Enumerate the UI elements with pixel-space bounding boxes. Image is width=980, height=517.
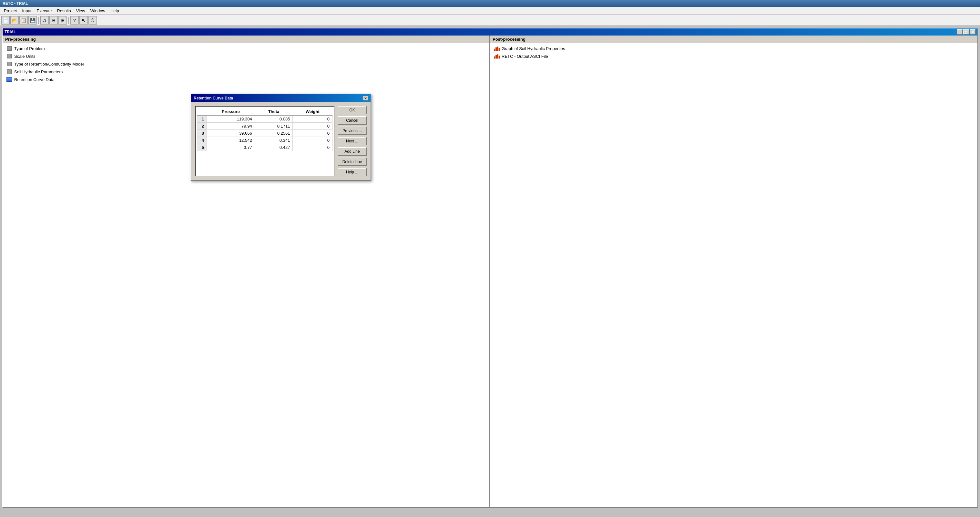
cell-pressure[interactable]: 39.666	[207, 130, 255, 137]
menu-view[interactable]: View	[73, 8, 88, 14]
retc-output-label: RETC - Output ASCI File	[502, 54, 548, 59]
cell-theta[interactable]: 0.2561	[255, 130, 293, 137]
window-title-bar: TRIAL _ ◻ ✕	[3, 29, 977, 35]
retention-curve-label: Retention Curve Data	[14, 77, 54, 82]
menu-execute[interactable]: Execute	[34, 8, 54, 14]
svg-rect-1	[495, 48, 497, 51]
previous-button[interactable]: Previous ...	[338, 127, 367, 135]
ok-button[interactable]: OK	[338, 106, 367, 114]
scale-units-label: Scale Units	[14, 54, 35, 59]
split-button[interactable]: ⊟	[49, 16, 58, 24]
svg-rect-7	[499, 56, 500, 59]
dialog-title: Retention Curve Data	[194, 96, 233, 101]
help-button[interactable]: ?	[70, 16, 79, 24]
print-button[interactable]: 🖨	[40, 16, 49, 24]
add-line-button[interactable]: Add Line	[338, 147, 367, 156]
soil-hydraulic-icon	[6, 69, 12, 75]
item-soil-hydraulic[interactable]: Soil Hydraulic Parameters	[5, 68, 487, 75]
item-retention-curve[interactable]: Retention Curve Data	[5, 75, 487, 83]
item-scale-units[interactable]: Scale Units	[5, 52, 487, 60]
row-number: 4	[197, 137, 207, 144]
type-of-problem-label: Type of Problem	[14, 46, 45, 51]
window-close-button[interactable]: ✕	[970, 29, 975, 35]
retention-curve-icon	[6, 77, 12, 82]
row-number: 1	[197, 116, 207, 123]
item-graph-hydraulic[interactable]: Graph of Soil Hydraulic Properties	[493, 45, 975, 52]
menu-results[interactable]: Results	[54, 8, 73, 14]
cell-pressure[interactable]: 119.304	[207, 116, 255, 123]
svg-rect-4	[494, 56, 495, 59]
item-type-of-problem[interactable]: Type of Problem	[5, 45, 487, 52]
table-row[interactable]: 4 12.542 0.341 0	[197, 137, 332, 144]
cursor-button[interactable]: ↖	[80, 16, 88, 24]
dialog-content: Pressure Theta Weight 1 119.304 0.085 0 …	[191, 102, 371, 180]
cell-weight[interactable]: 0	[293, 137, 332, 144]
dialog-button-panel: OK Cancel Previous ... Next ... Add Line…	[338, 106, 367, 176]
help-button[interactable]: Help ...	[338, 168, 367, 176]
col-header-row	[197, 108, 207, 116]
cell-pressure[interactable]: 79.94	[207, 123, 255, 130]
cell-theta[interactable]: 0.427	[255, 144, 293, 151]
open-button[interactable]: 📂	[10, 16, 19, 24]
retc-output-icon	[494, 53, 500, 59]
copyright-button[interactable]: ©	[88, 16, 97, 24]
item-retc-output[interactable]: RETC - Output ASCI File	[493, 52, 975, 60]
app-title: RETC - TRIAL	[3, 1, 28, 6]
cell-weight[interactable]: 0	[293, 123, 332, 130]
table-row[interactable]: 1 119.304 0.085 0	[197, 116, 332, 123]
menu-bar: Project Input Execute Results View Windo…	[0, 7, 980, 15]
post-processing-panel: Post-processing Graph of Soil Hydraulic …	[490, 35, 977, 507]
toolbar-sep-2	[68, 17, 69, 24]
svg-rect-5	[495, 55, 497, 59]
table-row[interactable]: 2 79.94 0.1711 0	[197, 123, 332, 130]
window-title: TRIAL	[5, 30, 16, 34]
cell-theta[interactable]: 0.341	[255, 137, 293, 144]
post-processing-header: Post-processing	[490, 35, 977, 43]
type-of-problem-icon	[6, 46, 12, 51]
cell-weight[interactable]: 0	[293, 116, 332, 123]
copy-button[interactable]: 📋	[19, 16, 28, 24]
cell-theta[interactable]: 0.085	[255, 116, 293, 123]
table-row[interactable]: 5 3.77 0.427 0	[197, 144, 332, 151]
svg-rect-6	[497, 54, 498, 59]
cell-pressure[interactable]: 12.542	[207, 137, 255, 144]
soil-hydraulic-label: Soil Hydraulic Parameters	[14, 69, 63, 74]
svg-rect-3	[499, 48, 500, 51]
retention-model-label: Type of Retention/Conductivity Model	[14, 62, 84, 67]
row-number: 3	[197, 130, 207, 137]
menu-window[interactable]: Window	[88, 8, 108, 14]
scale-units-icon	[6, 53, 12, 59]
cell-weight[interactable]: 0	[293, 144, 332, 151]
grid-button[interactable]: ⊞	[59, 16, 67, 24]
col-header-weight: Weight	[293, 108, 332, 116]
col-header-theta: Theta	[255, 108, 293, 116]
graph-hydraulic-label: Graph of Soil Hydraulic Properties	[502, 46, 565, 51]
toolbar: 📄 📂 📋 💾 🖨 ⊟ ⊞ ? ↖ ©	[0, 15, 980, 26]
restore-button[interactable]: ◻	[963, 29, 969, 35]
cell-weight[interactable]: 0	[293, 130, 332, 137]
minimize-button[interactable]: _	[957, 29, 963, 35]
menu-help[interactable]: Help	[108, 8, 122, 14]
row-number: 2	[197, 123, 207, 130]
post-processing-items: Graph of Soil Hydraulic Properties RETC …	[490, 43, 977, 61]
retention-model-icon	[6, 61, 12, 67]
delete-line-button[interactable]: Delete Line	[338, 158, 367, 166]
col-header-pressure: Pressure	[207, 108, 255, 116]
toolbar-sep-1	[38, 17, 39, 24]
app-title-bar: RETC - TRIAL	[0, 0, 980, 7]
row-number: 5	[197, 144, 207, 151]
menu-input[interactable]: Input	[19, 8, 34, 14]
item-retention-model[interactable]: Type of Retention/Conductivity Model	[5, 60, 487, 68]
cell-theta[interactable]: 0.1711	[255, 123, 293, 130]
svg-rect-0	[494, 49, 495, 51]
dialog-title-bar: Retention Curve Data ✕	[191, 94, 371, 102]
table-row[interactable]: 3 39.666 0.2561 0	[197, 130, 332, 137]
cell-pressure[interactable]: 3.77	[207, 144, 255, 151]
dialog-close-button[interactable]: ✕	[363, 96, 368, 101]
save-button[interactable]: 💾	[29, 16, 37, 24]
next-button[interactable]: Next ...	[338, 137, 367, 145]
cancel-button[interactable]: Cancel	[338, 116, 367, 124]
new-button[interactable]: 📄	[1, 16, 10, 24]
svg-rect-2	[497, 46, 498, 51]
menu-project[interactable]: Project	[1, 8, 19, 14]
